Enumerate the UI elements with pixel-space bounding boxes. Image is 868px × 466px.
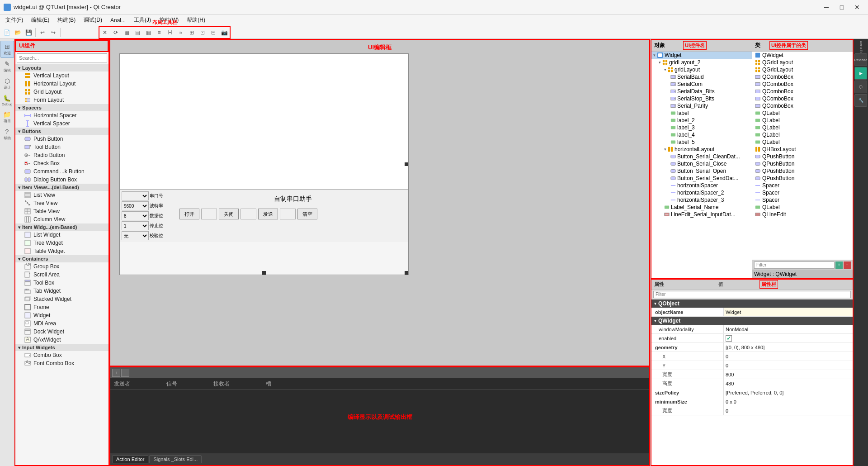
widget-font-combo-box[interactable]: Aa Font Combo Box [15,359,108,367]
class-qcombo4[interactable]: QComboBox [752,95,853,102]
layout-tool-2[interactable]: ⟳ [111,28,121,38]
tree-serialbaud[interactable]: SerialBaud [651,73,752,81]
widget-radio-button[interactable]: Radio Button [15,151,108,159]
tree-serialparity[interactable]: Serial_Parity [651,102,752,109]
resize-handle-bottom[interactable] [262,271,266,275]
class-qgridlayout2[interactable]: QGridLayout [752,66,853,73]
widget-tab-widget[interactable]: Tab Widget [15,287,108,295]
mode-welcome[interactable]: ⊞ 欢迎 [0,41,14,58]
inspector-filter-input[interactable] [754,262,835,269]
tree-label3[interactable]: label_3 [651,124,752,131]
mode-edit[interactable]: ✎ 编辑 [0,58,14,75]
widget-mdi-area[interactable]: MDI Area [15,319,108,328]
btn-close[interactable]: 关闭 [219,209,239,219]
class-spacer2[interactable]: Spacer [752,189,853,196]
output-add-btn[interactable]: + [112,369,120,377]
tree-serialstop[interactable]: SerialStop_Bits [651,95,752,102]
layout-tool-6[interactable]: ≡ [154,28,164,38]
minimize-button[interactable]: ─ [819,1,834,14]
tree-label4[interactable]: label_4 [651,131,752,138]
serial-baud-combo[interactable]: 9600 [122,201,149,210]
qtart-settings-btn[interactable]: 🔧 [854,94,867,107]
widget-vert-spacer[interactable]: Vertical Spacer [15,119,108,128]
inspector-remove-btn[interactable]: − [844,262,851,269]
serial-stop-combo[interactable]: 1 [122,221,149,230]
widget-tool-box[interactable]: Tool Box [15,279,108,287]
menu-tools[interactable]: 工具(J) [130,15,155,25]
prop-value-geometry[interactable]: [(0, 0), 800 x 480] [724,343,853,352]
close-button[interactable]: ✕ [850,1,864,14]
enabled-checkbox[interactable]: ✓ [726,335,732,342]
tree-serialcom[interactable]: SerialCom [651,81,752,88]
class-qlabel1[interactable]: QLabel [752,109,853,117]
class-qpush4[interactable]: QPushButton [752,175,853,182]
widget-stacked-widget[interactable]: Stacked Widget [15,295,108,303]
widget-check-box[interactable]: Check Box [15,159,108,167]
props-filter-input[interactable] [653,291,851,298]
widget-form-layout[interactable]: Form Layout [15,96,108,104]
widget-group-box[interactable]: GB Group Box [15,262,108,271]
widget-horiz-spacer[interactable]: Horizontal Spacer [15,111,108,119]
class-qlabel2[interactable]: QLabel [752,117,853,124]
class-qlabels[interactable]: QLabel [752,204,853,211]
menu-analyze[interactable]: Anal... [107,16,129,24]
ui-canvas[interactable]: 串口号 9600 波特率 8 [119,53,409,275]
widget-list-widget[interactable]: List Widget [15,231,108,239]
tree-btnclose[interactable]: Button_Serial_Close [651,160,752,167]
tab-action-editor[interactable]: Action Editor [112,455,148,463]
menu-help[interactable]: 帮助(H) [183,15,209,25]
widget-dock-widget[interactable]: Dock Widget [15,328,108,336]
widget-grid-layout[interactable]: Grid Layout [15,88,108,96]
widget-column-view[interactable]: Column View [15,215,108,223]
tree-widget[interactable]: ▾ Widget [651,52,752,59]
serial-parity-combo[interactable]: 无 [122,231,149,240]
qtart-release-btn[interactable]: Release [854,53,867,66]
layout-tool-4[interactable]: ▤ [132,28,142,38]
class-spacer1[interactable]: Spacer [752,182,853,189]
widget-combo-box[interactable]: Combo Box [15,351,108,359]
prop-value-width[interactable]: 800 [724,370,853,379]
new-button[interactable]: 📄 [2,28,12,38]
layout-tool-12[interactable]: 📷 [219,28,229,38]
tree-label2[interactable]: label_2 [651,117,752,124]
redo-button[interactable]: ↪ [48,28,58,38]
tree-btnsend[interactable]: Button_Serial_SendDat... [651,175,752,182]
btn-clear[interactable]: 清空 [297,209,317,219]
class-qpush2[interactable]: QPushButton [752,160,853,167]
class-qpush1[interactable]: QPushButton [752,153,853,160]
btn-open[interactable]: 打开 [179,209,199,219]
tree-gridlayout[interactable]: ▾ gridLayout [651,66,752,73]
widget-table-widget[interactable]: Table Widget [15,247,108,255]
qtart-run-btn[interactable]: ▶ [854,67,867,80]
layout-tool-11[interactable]: ⊟ [208,28,218,38]
prop-value-height[interactable]: 480 [724,379,853,388]
qtart-debug-btn[interactable]: ⬡ [854,81,867,93]
menu-file[interactable]: 文件(F) [2,15,27,25]
tree-spacer1[interactable]: horizontalSpacer [651,182,752,189]
prop-value-minsize[interactable]: 0 x 0 [724,397,853,406]
layout-tool-5[interactable]: ▦ [143,28,153,38]
mode-design[interactable]: ⬡ 设计 [0,75,14,92]
menu-debug[interactable]: 调试(D) [80,15,106,25]
widget-frame[interactable]: Frame [15,303,108,311]
widget-tool-button[interactable]: Tool Button [15,143,108,151]
category-item-views[interactable]: Item Views...(del-Based) [15,184,108,191]
prop-group-qobject[interactable]: QObject [651,300,853,308]
layout-tool-3[interactable]: ▦ [122,28,132,38]
output-minus-btn[interactable]: − [121,369,129,377]
tree-btnclean[interactable]: Button_Serial_CleanDat... [651,153,752,160]
mode-debug[interactable]: 🐛 Debug [0,92,14,109]
widget-qax[interactable]: AX QAxWidget [15,336,108,344]
prop-value-sizepolicy[interactable]: [Preferred, Preferred, 0, 0] [724,388,853,397]
tree-serialdata[interactable]: SerialData_Bits [651,88,752,95]
widget-push-button[interactable]: Push Button [15,135,108,143]
class-qlabel3[interactable]: QLabel [752,124,853,131]
class-qlineedit[interactable]: QLineEdit [752,211,853,218]
layout-tool-10[interactable]: ⊡ [198,28,208,38]
tree-hlayout[interactable]: ▾ horizontalLayout [651,146,752,153]
class-qlabel4[interactable]: QLabel [752,131,853,138]
serial-port-combo[interactable] [122,191,149,200]
widget-command-button[interactable]: Command ...k Button [15,167,108,176]
layout-tool-8[interactable]: ≈ [176,28,186,38]
class-qhbox[interactable]: QHBoxLayout [752,146,853,153]
